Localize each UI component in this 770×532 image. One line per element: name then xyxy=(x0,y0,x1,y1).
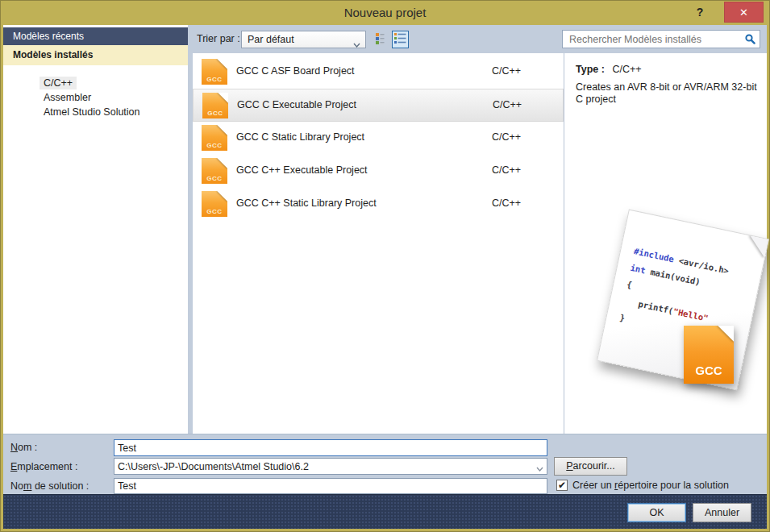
name-label: Nom : xyxy=(10,442,37,453)
chevron-down-icon xyxy=(353,37,360,53)
sort-by-label: Trier par : xyxy=(197,33,240,44)
template-row[interactable]: GCC GCC C Static Library Project C/C++ xyxy=(193,122,564,155)
gcc-file-icon: GCC xyxy=(202,191,227,217)
sidebar: Modèles récents Modèles installés C/C++A… xyxy=(3,25,188,434)
chevron-down-icon[interactable] xyxy=(536,463,543,475)
location-combobox xyxy=(114,458,547,475)
create-directory-label: Créer un répertoire pour la solution xyxy=(572,480,729,491)
small-icons-view-icon xyxy=(394,32,406,48)
new-project-dialog: Nouveau projet ? ✕ Modèles récents Modèl… xyxy=(0,0,770,532)
solution-name-label: Nom de solution : xyxy=(10,480,89,492)
sidebar-item[interactable]: Assembler xyxy=(3,90,188,105)
toolbar: Trier par : Par défaut xyxy=(188,25,767,53)
medium-icons-view-icon xyxy=(376,32,388,48)
template-name: GCC C++ Static Library Project xyxy=(236,197,377,209)
template-row[interactable]: GCC GCC C++ Static Library Project C/C++ xyxy=(193,188,564,221)
cancel-button[interactable]: Annuler xyxy=(693,503,751,522)
template-type: C/C++ xyxy=(493,99,522,110)
template-row[interactable]: GCC GCC C ASF Board Project C/C++ xyxy=(193,56,564,89)
search-input[interactable] xyxy=(568,31,737,47)
browse-button[interactable]: Parcourir... xyxy=(554,457,627,476)
gcc-file-icon: GCC xyxy=(202,158,227,184)
template-name: GCC C++ Executable Project xyxy=(236,164,368,176)
template-name: GCC C ASF Board Project xyxy=(236,65,355,77)
page-fold-icon xyxy=(718,326,734,342)
medium-icons-view-button[interactable] xyxy=(373,31,390,48)
footer-bar: OK Annuler xyxy=(3,494,767,529)
page-fold-icon xyxy=(217,158,227,168)
page-fold-icon xyxy=(217,59,227,69)
dialog-title: Nouveau projet xyxy=(1,1,769,25)
template-description: Creates an AVR 8-bit or AVR/ARM 32-bit C… xyxy=(576,81,763,106)
type-value: C/C++ xyxy=(612,64,641,75)
project-form: Nom : Emplacement : Parcourir... Nom de … xyxy=(3,434,767,494)
template-type: C/C++ xyxy=(492,197,521,209)
template-list: GCC GCC C ASF Board Project C/C++ GCC GC… xyxy=(193,53,564,434)
type-label: Type : xyxy=(576,64,605,75)
template-name: GCC C Static Library Project xyxy=(236,131,364,143)
sidebar-item[interactable]: C/C++ xyxy=(3,76,188,90)
gcc-file-icon: GCC xyxy=(202,59,227,85)
help-button[interactable]: ? xyxy=(689,2,710,23)
details-panel: Type : C/C++ Creates an AVR 8-bit or AVR… xyxy=(564,53,767,434)
sidebar-installed-templates-header[interactable]: Modèles installés xyxy=(3,45,188,65)
dialog-body: Modèles récents Modèles installés C/C++A… xyxy=(3,25,767,529)
page-fold-icon xyxy=(218,93,228,103)
search-box xyxy=(562,30,760,48)
solution-name-input[interactable] xyxy=(114,478,547,494)
sort-by-value: Par défaut xyxy=(248,34,294,45)
template-type: C/C++ xyxy=(492,164,521,176)
gcc-file-icon: GCC xyxy=(202,125,227,151)
title-bar[interactable]: Nouveau projet ? ✕ xyxy=(1,1,769,25)
sidebar-item[interactable]: Atmel Studio Solution xyxy=(3,105,188,119)
code-preview-image: #include <avr/io.h>int main(void){ print… xyxy=(597,210,769,391)
template-name: GCC C Executable Project xyxy=(237,99,356,110)
create-directory-row[interactable]: ✔ Créer un répertoire pour la solution xyxy=(556,480,729,491)
close-icon: ✕ xyxy=(739,6,748,19)
page-fold-icon xyxy=(217,191,227,202)
checkbox-checked-icon[interactable]: ✔ xyxy=(556,480,568,491)
location-input[interactable] xyxy=(114,458,547,475)
ok-button[interactable]: OK xyxy=(627,503,686,522)
template-type: C/C++ xyxy=(492,65,521,77)
template-type: C/C++ xyxy=(492,131,521,143)
close-button[interactable]: ✕ xyxy=(724,2,764,23)
sidebar-recent-templates-header[interactable]: Modèles récents xyxy=(3,27,188,45)
gcc-file-icon: GCC xyxy=(202,93,228,118)
small-icons-view-button[interactable] xyxy=(392,31,409,48)
template-type-row: Type : C/C++ xyxy=(576,64,642,75)
gcc-file-icon: GCC xyxy=(684,326,734,384)
gcc-icon-label: GCC xyxy=(684,364,734,377)
project-name-input[interactable] xyxy=(114,439,547,456)
sidebar-items: C/C++AssemblerAtmel Studio Solution xyxy=(3,65,188,119)
search-icon[interactable] xyxy=(744,33,756,48)
page-fold-icon xyxy=(751,222,769,257)
template-row[interactable]: GCC GCC C Executable Project C/C++ xyxy=(193,89,564,122)
template-row[interactable]: GCC GCC C++ Executable Project C/C++ xyxy=(193,155,564,188)
page-fold-icon xyxy=(217,125,227,135)
sort-by-dropdown[interactable]: Par défaut xyxy=(241,31,366,48)
location-label: Emplacement : xyxy=(10,461,77,472)
